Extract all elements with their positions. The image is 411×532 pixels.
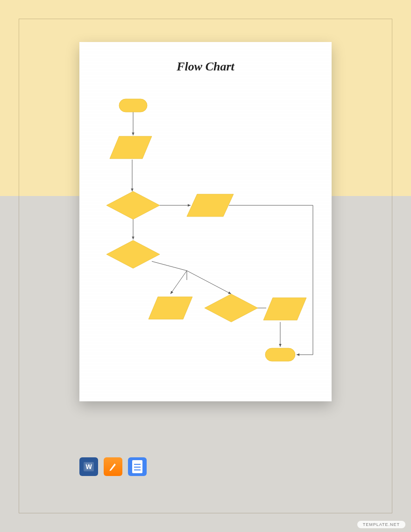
parallelogram-io — [263, 298, 306, 320]
document-page: Flow Chart — [79, 42, 332, 401]
word-icon: W — [79, 457, 98, 476]
connector — [152, 261, 187, 280]
connector — [170, 271, 187, 294]
flowchart-canvas — [79, 42, 332, 401]
connector — [229, 205, 313, 355]
terminator-start — [119, 99, 147, 112]
parallelogram-io — [149, 297, 192, 319]
watermark: TEMPLATE.NET — [357, 521, 405, 528]
terminator-end — [265, 348, 295, 361]
format-icon-row: W — [79, 457, 147, 476]
connector — [187, 271, 231, 294]
svg-text:W: W — [85, 463, 92, 470]
decision-node — [106, 191, 160, 219]
parallelogram-io — [187, 194, 234, 217]
decision-node — [106, 240, 160, 268]
google-docs-icon — [128, 457, 147, 476]
decision-node — [205, 294, 258, 322]
pages-icon — [104, 457, 122, 476]
parallelogram-input — [110, 136, 152, 159]
